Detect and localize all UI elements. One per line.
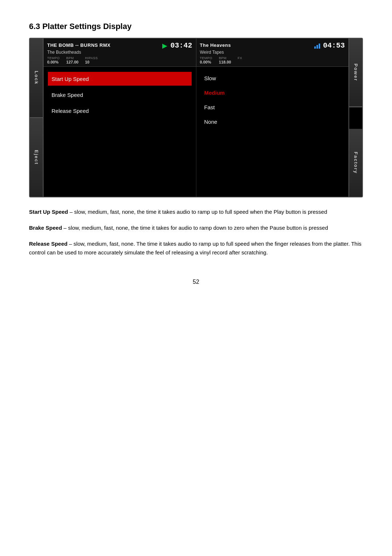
settings-list: Start Up Speed Brake Speed Release Speed [44, 67, 196, 133]
power-label: Power [348, 38, 362, 107]
tempo-label-right: TEMPO [200, 56, 213, 60]
bpm-label-right: BPM [219, 56, 231, 60]
deck-right-top: The Heavens 04:53 [200, 41, 345, 50]
deck-left: THE BOMB -- BURNS RMX ▶ 03:42 The Bucket… [44, 38, 196, 66]
term-brake: Brake Speed [29, 225, 62, 231]
term-startup: Start Up Speed [29, 209, 68, 215]
decks-row: THE BOMB -- BURNS RMX ▶ 03:42 The Bucket… [44, 38, 348, 67]
deck-left-title: THE BOMB -- BURNS RMX [47, 42, 110, 48]
deck-right-title: The Heavens [200, 42, 231, 48]
tempo-value-left: 0.00% [47, 60, 60, 64]
lock-label: Lock [30, 38, 43, 118]
settings-area: Start Up Speed Brake Speed Release Speed… [44, 67, 348, 133]
left-side-panel: LockEject [30, 38, 44, 197]
page-title: 6.3 Platter Settings Display [29, 22, 363, 31]
option-medium[interactable]: Medium [201, 86, 344, 99]
option-slow[interactable]: Slow [201, 72, 344, 84]
bottom-right [196, 133, 349, 197]
fx-label-right: FX [238, 56, 242, 60]
vol-bars-icon [314, 43, 320, 49]
factory-label: Factory [348, 129, 362, 197]
dj-display: LockEject THE BOMB -- BURNS RMX ▶ 03:42 … [29, 38, 363, 197]
hipass-label-left: HIPASS [85, 56, 98, 60]
right-side-panel: Power Factory [348, 38, 362, 197]
desc-startup: Start Up Speed – slow, medium, fast, non… [29, 208, 363, 216]
tempo-value-right: 0.00% [200, 60, 213, 64]
deck-right-time: 04:53 [323, 41, 345, 50]
deck-left-time: 03:42 [170, 41, 192, 50]
hipass-value-left: 10 [85, 60, 98, 64]
deck-right-artist: Weird Tapes [200, 50, 345, 55]
bpm-value-left: 127.00 [66, 60, 79, 64]
play-icon-left: ▶ [162, 42, 167, 50]
setting-startup-speed[interactable]: Start Up Speed [48, 72, 192, 86]
stat-fx-right: FX [238, 56, 242, 64]
stat-tempo-right: TEMPO 0.00% [200, 56, 213, 64]
setting-brake-speed[interactable]: Brake Speed [48, 88, 192, 102]
display-main: THE BOMB -- BURNS RMX ▶ 03:42 The Bucket… [44, 38, 348, 197]
page-number: 52 [29, 279, 363, 285]
deck-left-artist: The Bucketheads [47, 50, 192, 55]
stat-bpm-right: BPM 118.00 [219, 56, 231, 64]
desc-release: Release Speed – slow, medium, fast, none… [29, 240, 363, 257]
bottom-area [44, 133, 348, 197]
stat-hipass-left: HIPASS 10 [85, 56, 98, 64]
term-release: Release Speed [29, 241, 68, 247]
eject-label: Eject [30, 118, 43, 197]
option-fast[interactable]: Fast [201, 101, 344, 113]
bpm-label-left: BPM [66, 56, 79, 60]
deck-left-top: THE BOMB -- BURNS RMX ▶ 03:42 [47, 41, 192, 50]
bpm-value-right: 118.00 [219, 60, 231, 64]
deck-left-stats: TEMPO 0.00% BPM 127.00 HIPASS 10 [47, 56, 192, 64]
right-spacer [348, 107, 362, 129]
deck-right: The Heavens 04:53 Weird Tapes TEMPO [196, 38, 349, 66]
options-list: Slow Medium Fast None [196, 67, 349, 133]
stat-bpm-left: BPM 127.00 [66, 56, 79, 64]
stat-tempo-left: TEMPO 0.00% [47, 56, 60, 64]
bottom-left [44, 133, 196, 197]
description-section: Start Up Speed – slow, medium, fast, non… [29, 208, 363, 257]
deck-right-stats: TEMPO 0.00% BPM 118.00 FX [200, 56, 345, 64]
setting-release-speed[interactable]: Release Speed [48, 104, 192, 118]
desc-brake: Brake Speed – slow, medium, fast, none, … [29, 224, 363, 232]
tempo-label-left: TEMPO [47, 56, 60, 60]
option-none[interactable]: None [201, 115, 344, 128]
